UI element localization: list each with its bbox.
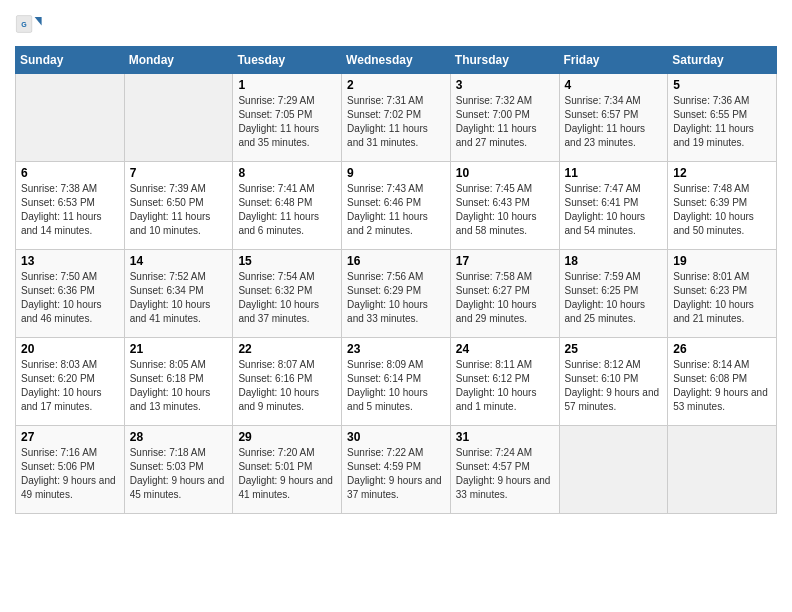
- day-info: Sunrise: 7:18 AM Sunset: 5:03 PM Dayligh…: [130, 446, 228, 502]
- day-info: Sunrise: 8:12 AM Sunset: 6:10 PM Dayligh…: [565, 358, 663, 414]
- calendar-cell: 21Sunrise: 8:05 AM Sunset: 6:18 PM Dayli…: [124, 338, 233, 426]
- day-number: 2: [347, 78, 445, 92]
- day-number: 24: [456, 342, 554, 356]
- weekday-header-monday: Monday: [124, 47, 233, 74]
- day-number: 13: [21, 254, 119, 268]
- day-info: Sunrise: 7:34 AM Sunset: 6:57 PM Dayligh…: [565, 94, 663, 150]
- logo-icon: G: [15, 10, 43, 38]
- calendar-cell: 12Sunrise: 7:48 AM Sunset: 6:39 PM Dayli…: [668, 162, 777, 250]
- calendar-cell: 11Sunrise: 7:47 AM Sunset: 6:41 PM Dayli…: [559, 162, 668, 250]
- calendar-cell: 9Sunrise: 7:43 AM Sunset: 6:46 PM Daylig…: [342, 162, 451, 250]
- day-info: Sunrise: 8:09 AM Sunset: 6:14 PM Dayligh…: [347, 358, 445, 414]
- calendar-cell: 1Sunrise: 7:29 AM Sunset: 7:05 PM Daylig…: [233, 74, 342, 162]
- day-number: 26: [673, 342, 771, 356]
- calendar-cell: 24Sunrise: 8:11 AM Sunset: 6:12 PM Dayli…: [450, 338, 559, 426]
- day-info: Sunrise: 7:29 AM Sunset: 7:05 PM Dayligh…: [238, 94, 336, 150]
- day-info: Sunrise: 7:52 AM Sunset: 6:34 PM Dayligh…: [130, 270, 228, 326]
- svg-text:G: G: [21, 21, 27, 28]
- day-info: Sunrise: 7:16 AM Sunset: 5:06 PM Dayligh…: [21, 446, 119, 502]
- weekday-header-tuesday: Tuesday: [233, 47, 342, 74]
- calendar-cell: 20Sunrise: 8:03 AM Sunset: 6:20 PM Dayli…: [16, 338, 125, 426]
- calendar-week-row: 6Sunrise: 7:38 AM Sunset: 6:53 PM Daylig…: [16, 162, 777, 250]
- day-info: Sunrise: 7:41 AM Sunset: 6:48 PM Dayligh…: [238, 182, 336, 238]
- calendar-page: G SundayMondayTuesdayWednesdayThursdayFr…: [0, 0, 792, 612]
- day-info: Sunrise: 7:45 AM Sunset: 6:43 PM Dayligh…: [456, 182, 554, 238]
- weekday-header-wednesday: Wednesday: [342, 47, 451, 74]
- day-number: 23: [347, 342, 445, 356]
- day-number: 7: [130, 166, 228, 180]
- day-info: Sunrise: 7:24 AM Sunset: 4:57 PM Dayligh…: [456, 446, 554, 502]
- day-info: Sunrise: 7:38 AM Sunset: 6:53 PM Dayligh…: [21, 182, 119, 238]
- day-number: 9: [347, 166, 445, 180]
- day-number: 5: [673, 78, 771, 92]
- day-info: Sunrise: 7:36 AM Sunset: 6:55 PM Dayligh…: [673, 94, 771, 150]
- calendar-table: SundayMondayTuesdayWednesdayThursdayFrid…: [15, 46, 777, 514]
- day-info: Sunrise: 7:56 AM Sunset: 6:29 PM Dayligh…: [347, 270, 445, 326]
- calendar-cell: 6Sunrise: 7:38 AM Sunset: 6:53 PM Daylig…: [16, 162, 125, 250]
- day-info: Sunrise: 8:07 AM Sunset: 6:16 PM Dayligh…: [238, 358, 336, 414]
- day-number: 17: [456, 254, 554, 268]
- calendar-cell: 13Sunrise: 7:50 AM Sunset: 6:36 PM Dayli…: [16, 250, 125, 338]
- day-info: Sunrise: 7:48 AM Sunset: 6:39 PM Dayligh…: [673, 182, 771, 238]
- calendar-cell: 22Sunrise: 8:07 AM Sunset: 6:16 PM Dayli…: [233, 338, 342, 426]
- day-info: Sunrise: 8:01 AM Sunset: 6:23 PM Dayligh…: [673, 270, 771, 326]
- day-info: Sunrise: 7:54 AM Sunset: 6:32 PM Dayligh…: [238, 270, 336, 326]
- day-info: Sunrise: 7:59 AM Sunset: 6:25 PM Dayligh…: [565, 270, 663, 326]
- day-info: Sunrise: 7:31 AM Sunset: 7:02 PM Dayligh…: [347, 94, 445, 150]
- day-number: 3: [456, 78, 554, 92]
- day-number: 25: [565, 342, 663, 356]
- calendar-cell: 15Sunrise: 7:54 AM Sunset: 6:32 PM Dayli…: [233, 250, 342, 338]
- day-number: 20: [21, 342, 119, 356]
- logo: G: [15, 10, 47, 38]
- day-info: Sunrise: 7:20 AM Sunset: 5:01 PM Dayligh…: [238, 446, 336, 502]
- calendar-cell: [559, 426, 668, 514]
- day-number: 14: [130, 254, 228, 268]
- calendar-week-row: 13Sunrise: 7:50 AM Sunset: 6:36 PM Dayli…: [16, 250, 777, 338]
- calendar-cell: 4Sunrise: 7:34 AM Sunset: 6:57 PM Daylig…: [559, 74, 668, 162]
- calendar-week-row: 27Sunrise: 7:16 AM Sunset: 5:06 PM Dayli…: [16, 426, 777, 514]
- day-number: 12: [673, 166, 771, 180]
- day-number: 22: [238, 342, 336, 356]
- calendar-cell: 10Sunrise: 7:45 AM Sunset: 6:43 PM Dayli…: [450, 162, 559, 250]
- svg-marker-2: [35, 17, 42, 25]
- calendar-cell: 31Sunrise: 7:24 AM Sunset: 4:57 PM Dayli…: [450, 426, 559, 514]
- calendar-cell: 19Sunrise: 8:01 AM Sunset: 6:23 PM Dayli…: [668, 250, 777, 338]
- calendar-week-row: 1Sunrise: 7:29 AM Sunset: 7:05 PM Daylig…: [16, 74, 777, 162]
- calendar-cell: 18Sunrise: 7:59 AM Sunset: 6:25 PM Dayli…: [559, 250, 668, 338]
- day-number: 1: [238, 78, 336, 92]
- calendar-cell: 16Sunrise: 7:56 AM Sunset: 6:29 PM Dayli…: [342, 250, 451, 338]
- day-number: 18: [565, 254, 663, 268]
- day-number: 4: [565, 78, 663, 92]
- calendar-cell: 5Sunrise: 7:36 AM Sunset: 6:55 PM Daylig…: [668, 74, 777, 162]
- calendar-cell: 29Sunrise: 7:20 AM Sunset: 5:01 PM Dayli…: [233, 426, 342, 514]
- day-info: Sunrise: 7:39 AM Sunset: 6:50 PM Dayligh…: [130, 182, 228, 238]
- calendar-cell: 23Sunrise: 8:09 AM Sunset: 6:14 PM Dayli…: [342, 338, 451, 426]
- calendar-cell: 30Sunrise: 7:22 AM Sunset: 4:59 PM Dayli…: [342, 426, 451, 514]
- day-number: 31: [456, 430, 554, 444]
- calendar-cell: 17Sunrise: 7:58 AM Sunset: 6:27 PM Dayli…: [450, 250, 559, 338]
- day-number: 6: [21, 166, 119, 180]
- calendar-cell: 3Sunrise: 7:32 AM Sunset: 7:00 PM Daylig…: [450, 74, 559, 162]
- calendar-cell: 28Sunrise: 7:18 AM Sunset: 5:03 PM Dayli…: [124, 426, 233, 514]
- day-info: Sunrise: 7:50 AM Sunset: 6:36 PM Dayligh…: [21, 270, 119, 326]
- day-info: Sunrise: 7:58 AM Sunset: 6:27 PM Dayligh…: [456, 270, 554, 326]
- calendar-cell: 14Sunrise: 7:52 AM Sunset: 6:34 PM Dayli…: [124, 250, 233, 338]
- calendar-cell: 8Sunrise: 7:41 AM Sunset: 6:48 PM Daylig…: [233, 162, 342, 250]
- day-number: 16: [347, 254, 445, 268]
- day-number: 10: [456, 166, 554, 180]
- day-info: Sunrise: 7:43 AM Sunset: 6:46 PM Dayligh…: [347, 182, 445, 238]
- calendar-cell: [124, 74, 233, 162]
- day-number: 28: [130, 430, 228, 444]
- day-info: Sunrise: 8:11 AM Sunset: 6:12 PM Dayligh…: [456, 358, 554, 414]
- day-number: 27: [21, 430, 119, 444]
- calendar-cell: [16, 74, 125, 162]
- calendar-cell: 26Sunrise: 8:14 AM Sunset: 6:08 PM Dayli…: [668, 338, 777, 426]
- weekday-header-sunday: Sunday: [16, 47, 125, 74]
- calendar-cell: [668, 426, 777, 514]
- calendar-week-row: 20Sunrise: 8:03 AM Sunset: 6:20 PM Dayli…: [16, 338, 777, 426]
- calendar-cell: 25Sunrise: 8:12 AM Sunset: 6:10 PM Dayli…: [559, 338, 668, 426]
- day-number: 15: [238, 254, 336, 268]
- weekday-header-thursday: Thursday: [450, 47, 559, 74]
- day-number: 30: [347, 430, 445, 444]
- day-info: Sunrise: 7:22 AM Sunset: 4:59 PM Dayligh…: [347, 446, 445, 502]
